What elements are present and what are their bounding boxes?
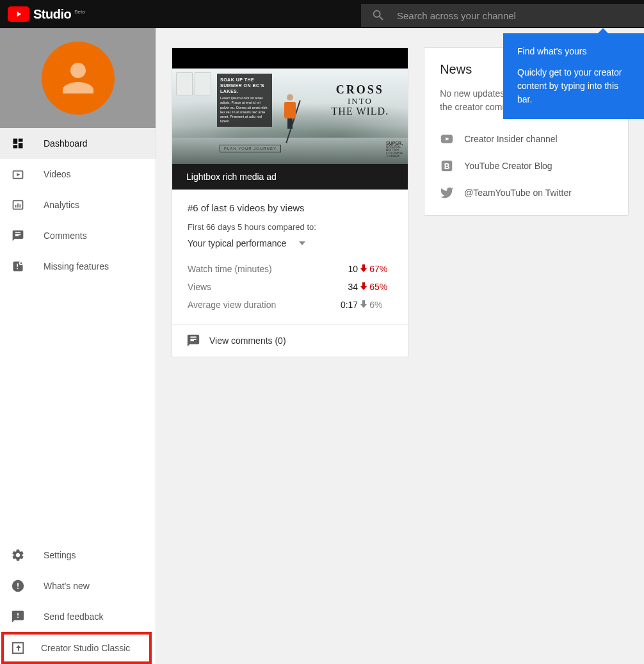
tooltip-title: Find what's yours (517, 45, 630, 58)
videos-icon (10, 166, 26, 182)
svg-rect-2 (15, 205, 17, 207)
main-content: SOAK UP THE SUMMER ON BC'S LAKES. Lorem … (156, 28, 644, 664)
svg-rect-4 (20, 204, 21, 207)
sidebar: Dashboard Videos Analytics Comments Miss… (0, 28, 156, 664)
thumb-word: INTO (332, 97, 389, 106)
metric-value: 0:17 (332, 300, 358, 310)
announcement-icon (10, 578, 26, 594)
twitter-icon (440, 186, 454, 200)
compare-label: First 66 days 5 hours compared to: (188, 222, 392, 232)
news-link-creator-insider[interactable]: Creator Insider channel (440, 126, 613, 152)
metric-percent: 67% (369, 264, 392, 274)
metric-watch-time: Watch time (minutes) 10 67% (188, 260, 392, 278)
sidebar-item-whats-new[interactable]: What's new (0, 571, 156, 601)
metric-value: 10 (332, 264, 358, 274)
thumb-overlay-title: SOAK UP THE SUMMER ON BC'S LAKES. (220, 77, 269, 94)
news-link-label: YouTube Creator Blog (464, 161, 552, 171)
metric-percent: 6% (369, 300, 392, 310)
comments-link-label: View comments (0) (209, 336, 286, 346)
sidebar-item-videos[interactable]: Videos (0, 159, 156, 190)
tooltip-body: Quickly get to your creator content by t… (517, 66, 630, 106)
svg-rect-8 (17, 588, 19, 589)
sidebar-item-label: Settings (44, 550, 76, 560)
exit-icon (10, 640, 26, 656)
sidebar-item-label: Send feedback (44, 611, 103, 622)
video-rank: #6 of last 6 videos by views (188, 202, 392, 213)
beta-badge: Beta (74, 9, 85, 15)
metric-views: Views 34 65% (188, 278, 392, 296)
thumb-cta: PLAN YOUR JOURNEY (220, 145, 281, 152)
youtube-play-icon (8, 6, 29, 22)
gear-icon (10, 547, 26, 563)
sidebar-item-label: Dashboard (44, 138, 88, 149)
news-link-label: @TeamYouTube on Twitter (464, 188, 572, 198)
sidebar-item-creator-studio-classic[interactable]: Creator Studio Classic (4, 635, 149, 661)
svg-rect-7 (17, 583, 19, 587)
news-link-label: Creator Insider channel (464, 134, 558, 144)
studio-logo[interactable]: Studio Beta (8, 6, 85, 22)
sidebar-bottom: Settings What's new Send feedback Creato… (0, 540, 156, 664)
video-title: Lightbox rich media ad (172, 164, 408, 190)
missing-features-icon (10, 259, 26, 274)
search-box[interactable] (361, 4, 644, 27)
sidebar-item-comments[interactable]: Comments (0, 220, 156, 251)
sidebar-item-label: What's new (44, 581, 90, 591)
search-input[interactable] (397, 10, 634, 21)
search-icon (371, 8, 385, 22)
sidebar-item-label: Creator Studio Classic (41, 643, 130, 653)
sidebar-item-label: Analytics (44, 200, 79, 210)
metric-label: Average view duration (188, 300, 332, 310)
performance-dropdown[interactable]: Your typical performance (188, 238, 392, 248)
sidebar-item-label: Missing features (44, 261, 109, 271)
news-link-twitter[interactable]: @TeamYouTube on Twitter (440, 179, 613, 206)
sidebar-item-settings[interactable]: Settings (0, 540, 156, 571)
app-header: Studio Beta (0, 0, 644, 28)
sidebar-nav: Dashboard Videos Analytics Comments Miss… (0, 128, 156, 540)
logo-text: Studio (33, 7, 71, 22)
search-tooltip: Find what's yours Quickly get to your cr… (503, 33, 644, 119)
dropdown-label: Your typical performance (188, 238, 286, 248)
metric-label: Watch time (minutes) (188, 264, 332, 274)
sidebar-avatar-area (0, 28, 156, 128)
video-thumbnail[interactable]: SOAK UP THE SUMMER ON BC'S LAKES. Lorem … (172, 48, 408, 164)
sidebar-item-send-feedback[interactable]: Send feedback (0, 601, 156, 632)
arrow-down-icon (358, 300, 369, 310)
view-comments-link[interactable]: View comments (0) (172, 325, 408, 357)
sidebar-item-missing-features[interactable]: Missing features (0, 251, 156, 282)
thumb-word: THE WILD. (332, 106, 389, 117)
analytics-icon (10, 197, 26, 213)
blogger-icon: B (440, 159, 454, 173)
feedback-icon (10, 609, 26, 624)
comments-icon (10, 228, 26, 243)
sidebar-item-analytics[interactable]: Analytics (0, 190, 156, 220)
thumb-word: CROSS (332, 84, 389, 97)
sidebar-item-label: Videos (44, 169, 71, 179)
sidebar-item-dashboard[interactable]: Dashboard (0, 128, 156, 159)
metric-label: Views (188, 282, 332, 292)
svg-text:B: B (444, 162, 450, 171)
metric-percent: 65% (369, 282, 392, 292)
arrow-down-icon (358, 264, 369, 274)
svg-rect-3 (17, 204, 19, 208)
metric-value: 34 (332, 282, 358, 292)
sidebar-item-label: Comments (44, 231, 87, 241)
arrow-down-icon (358, 282, 369, 292)
classic-highlight-box: Creator Studio Classic (1, 632, 152, 664)
chevron-down-icon (299, 241, 305, 245)
video-snapshot-card: SOAK UP THE SUMMER ON BC'S LAKES. Lorem … (172, 47, 408, 357)
youtube-icon (440, 132, 454, 146)
metric-avg-duration: Average view duration 0:17 6% (188, 296, 392, 314)
avatar[interactable] (42, 42, 115, 115)
news-link-creator-blog[interactable]: B YouTube Creator Blog (440, 152, 613, 179)
comments-icon (186, 334, 200, 348)
dashboard-icon (10, 136, 26, 151)
